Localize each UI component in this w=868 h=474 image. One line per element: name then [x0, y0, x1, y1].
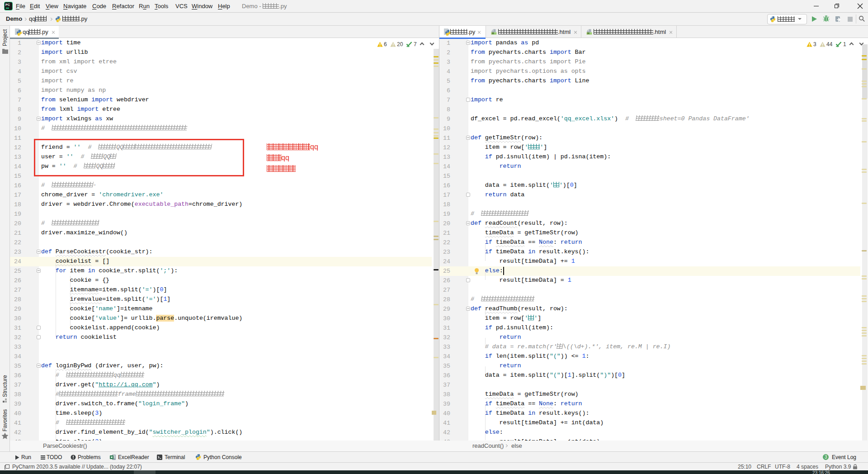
svg-text:H: H: [587, 32, 590, 35]
svg-text:H: H: [492, 32, 494, 35]
